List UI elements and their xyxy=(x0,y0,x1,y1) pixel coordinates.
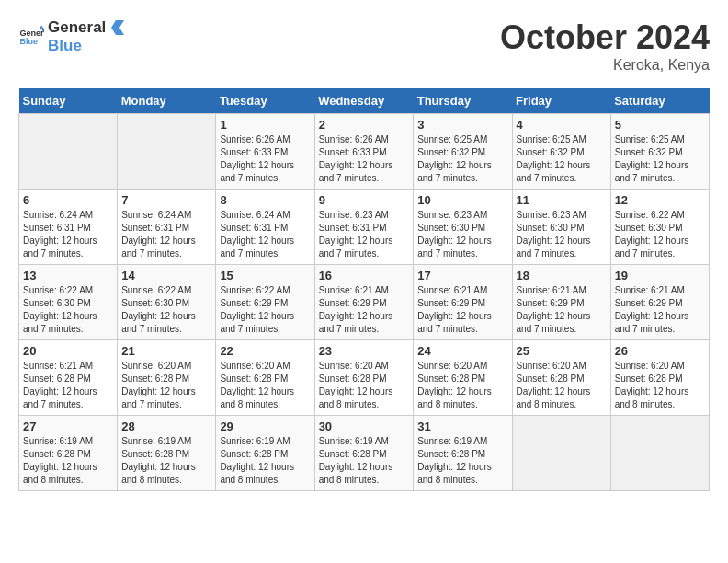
day-info: Sunrise: 6:22 AM Sunset: 6:29 PM Dayligh… xyxy=(220,284,310,336)
day-number: 8 xyxy=(220,193,310,207)
day-number: 19 xyxy=(615,269,705,282)
calendar-cell: 21Sunrise: 6:20 AM Sunset: 6:28 PM Dayli… xyxy=(118,340,216,416)
calendar-cell: 29Sunrise: 6:19 AM Sunset: 6:28 PM Dayli… xyxy=(216,416,314,491)
day-number: 12 xyxy=(615,193,705,207)
calendar-week-row: 6Sunrise: 6:24 AM Sunset: 6:31 PM Daylig… xyxy=(19,190,710,265)
day-number: 30 xyxy=(319,419,410,433)
day-info: Sunrise: 6:20 AM Sunset: 6:28 PM Dayligh… xyxy=(319,360,410,411)
day-number: 7 xyxy=(121,193,211,207)
day-info: Sunrise: 6:24 AM Sunset: 6:31 PM Dayligh… xyxy=(23,209,113,260)
header-saturday: Saturday xyxy=(610,88,709,114)
calendar-cell: 8Sunrise: 6:24 AM Sunset: 6:31 PM Daylig… xyxy=(216,190,314,265)
header-sunday: Sunday xyxy=(19,88,118,114)
header-wednesday: Wednesday xyxy=(314,88,414,114)
day-info: Sunrise: 6:24 AM Sunset: 6:31 PM Dayligh… xyxy=(121,209,211,260)
day-info: Sunrise: 6:19 AM Sunset: 6:28 PM Dayligh… xyxy=(220,435,310,487)
day-info: Sunrise: 6:20 AM Sunset: 6:28 PM Dayligh… xyxy=(121,360,211,411)
calendar-cell: 5Sunrise: 6:25 AM Sunset: 6:32 PM Daylig… xyxy=(610,114,709,190)
day-number: 31 xyxy=(417,419,507,433)
day-info: Sunrise: 6:20 AM Sunset: 6:28 PM Dayligh… xyxy=(417,360,507,411)
day-info: Sunrise: 6:19 AM Sunset: 6:28 PM Dayligh… xyxy=(417,435,507,487)
day-number: 18 xyxy=(517,269,607,282)
day-number: 25 xyxy=(517,344,607,358)
calendar-week-row: 27Sunrise: 6:19 AM Sunset: 6:28 PM Dayli… xyxy=(19,416,710,491)
day-number: 15 xyxy=(220,269,310,282)
day-number: 22 xyxy=(220,344,310,358)
calendar-cell: 15Sunrise: 6:22 AM Sunset: 6:29 PM Dayli… xyxy=(216,265,314,340)
calendar-cell: 23Sunrise: 6:20 AM Sunset: 6:28 PM Dayli… xyxy=(314,340,414,416)
day-info: Sunrise: 6:25 AM Sunset: 6:32 PM Dayligh… xyxy=(615,133,705,185)
calendar-cell: 14Sunrise: 6:22 AM Sunset: 6:30 PM Dayli… xyxy=(118,265,216,340)
calendar-cell: 6Sunrise: 6:24 AM Sunset: 6:31 PM Daylig… xyxy=(19,190,118,265)
location: Keroka, Kenya xyxy=(500,57,710,74)
calendar-week-row: 20Sunrise: 6:21 AM Sunset: 6:28 PM Dayli… xyxy=(19,340,710,416)
day-number: 13 xyxy=(23,269,113,282)
calendar-cell: 10Sunrise: 6:23 AM Sunset: 6:30 PM Dayli… xyxy=(414,190,512,265)
calendar-cell: 12Sunrise: 6:22 AM Sunset: 6:30 PM Dayli… xyxy=(610,190,709,265)
day-info: Sunrise: 6:21 AM Sunset: 6:29 PM Dayligh… xyxy=(517,284,607,336)
calendar-cell: 17Sunrise: 6:21 AM Sunset: 6:29 PM Dayli… xyxy=(414,265,512,340)
day-info: Sunrise: 6:21 AM Sunset: 6:28 PM Dayligh… xyxy=(23,360,113,411)
calendar-cell xyxy=(118,114,216,190)
day-info: Sunrise: 6:21 AM Sunset: 6:29 PM Dayligh… xyxy=(615,284,705,336)
day-info: Sunrise: 6:23 AM Sunset: 6:31 PM Dayligh… xyxy=(319,209,410,260)
day-number: 5 xyxy=(615,118,705,132)
day-info: Sunrise: 6:20 AM Sunset: 6:28 PM Dayligh… xyxy=(615,360,705,411)
calendar-cell xyxy=(512,416,610,491)
day-number: 17 xyxy=(417,269,507,282)
day-number: 11 xyxy=(517,193,607,207)
calendar-cell: 27Sunrise: 6:19 AM Sunset: 6:28 PM Dayli… xyxy=(19,416,118,491)
logo-icon: General Blue xyxy=(18,24,44,50)
calendar-cell: 25Sunrise: 6:20 AM Sunset: 6:28 PM Dayli… xyxy=(512,340,610,416)
header-friday: Friday xyxy=(512,88,610,114)
day-number: 28 xyxy=(121,419,211,433)
day-info: Sunrise: 6:22 AM Sunset: 6:30 PM Dayligh… xyxy=(615,209,705,260)
day-number: 4 xyxy=(517,118,607,132)
header-thursday: Thursday xyxy=(414,88,512,114)
day-number: 29 xyxy=(220,419,310,433)
calendar-week-row: 13Sunrise: 6:22 AM Sunset: 6:30 PM Dayli… xyxy=(19,265,710,340)
day-info: Sunrise: 6:19 AM Sunset: 6:28 PM Dayligh… xyxy=(121,435,211,487)
day-info: Sunrise: 6:24 AM Sunset: 6:31 PM Dayligh… xyxy=(220,209,310,260)
day-number: 26 xyxy=(615,344,705,358)
day-info: Sunrise: 6:21 AM Sunset: 6:29 PM Dayligh… xyxy=(417,284,507,336)
calendar-header-row: SundayMondayTuesdayWednesdayThursdayFrid… xyxy=(19,88,710,114)
calendar-cell: 11Sunrise: 6:23 AM Sunset: 6:30 PM Dayli… xyxy=(512,190,610,265)
calendar-cell: 13Sunrise: 6:22 AM Sunset: 6:30 PM Dayli… xyxy=(19,265,118,340)
day-info: Sunrise: 6:25 AM Sunset: 6:32 PM Dayligh… xyxy=(417,133,507,185)
day-number: 14 xyxy=(121,269,211,282)
header-tuesday: Tuesday xyxy=(216,88,314,114)
day-number: 1 xyxy=(220,118,310,132)
title-block: October 2024 Keroka, Kenya xyxy=(500,18,710,74)
day-info: Sunrise: 6:19 AM Sunset: 6:28 PM Dayligh… xyxy=(23,435,113,487)
calendar-cell: 24Sunrise: 6:20 AM Sunset: 6:28 PM Dayli… xyxy=(414,340,512,416)
calendar-cell: 31Sunrise: 6:19 AM Sunset: 6:28 PM Dayli… xyxy=(414,416,512,491)
svg-marker-4 xyxy=(111,20,124,35)
day-number: 27 xyxy=(23,419,113,433)
logo-blue: Blue xyxy=(48,37,124,55)
calendar-cell: 22Sunrise: 6:20 AM Sunset: 6:28 PM Dayli… xyxy=(216,340,314,416)
svg-marker-2 xyxy=(39,25,44,29)
day-info: Sunrise: 6:22 AM Sunset: 6:30 PM Dayligh… xyxy=(23,284,113,336)
page-header: General Blue General Blue October 2024 K… xyxy=(18,18,710,74)
day-number: 20 xyxy=(23,344,113,358)
day-number: 16 xyxy=(319,269,410,282)
calendar-week-row: 1Sunrise: 6:26 AM Sunset: 6:33 PM Daylig… xyxy=(19,114,710,190)
logo: General Blue General Blue xyxy=(18,18,124,55)
calendar-cell: 4Sunrise: 6:25 AM Sunset: 6:32 PM Daylig… xyxy=(512,114,610,190)
calendar-cell: 26Sunrise: 6:20 AM Sunset: 6:28 PM Dayli… xyxy=(610,340,709,416)
day-info: Sunrise: 6:22 AM Sunset: 6:30 PM Dayligh… xyxy=(121,284,211,336)
calendar-cell: 7Sunrise: 6:24 AM Sunset: 6:31 PM Daylig… xyxy=(118,190,216,265)
day-number: 23 xyxy=(319,344,410,358)
logo-flag-icon xyxy=(108,20,124,35)
calendar-cell: 3Sunrise: 6:25 AM Sunset: 6:32 PM Daylig… xyxy=(414,114,512,190)
calendar-cell: 9Sunrise: 6:23 AM Sunset: 6:31 PM Daylig… xyxy=(314,190,414,265)
calendar-cell: 28Sunrise: 6:19 AM Sunset: 6:28 PM Dayli… xyxy=(118,416,216,491)
day-info: Sunrise: 6:23 AM Sunset: 6:30 PM Dayligh… xyxy=(517,209,607,260)
svg-text:General: General xyxy=(19,29,44,38)
day-info: Sunrise: 6:19 AM Sunset: 6:28 PM Dayligh… xyxy=(319,435,410,487)
calendar-cell: 16Sunrise: 6:21 AM Sunset: 6:29 PM Dayli… xyxy=(314,265,414,340)
calendar-table: SundayMondayTuesdayWednesdayThursdayFrid… xyxy=(18,88,710,491)
logo-general: General xyxy=(48,18,106,37)
day-number: 6 xyxy=(23,193,113,207)
